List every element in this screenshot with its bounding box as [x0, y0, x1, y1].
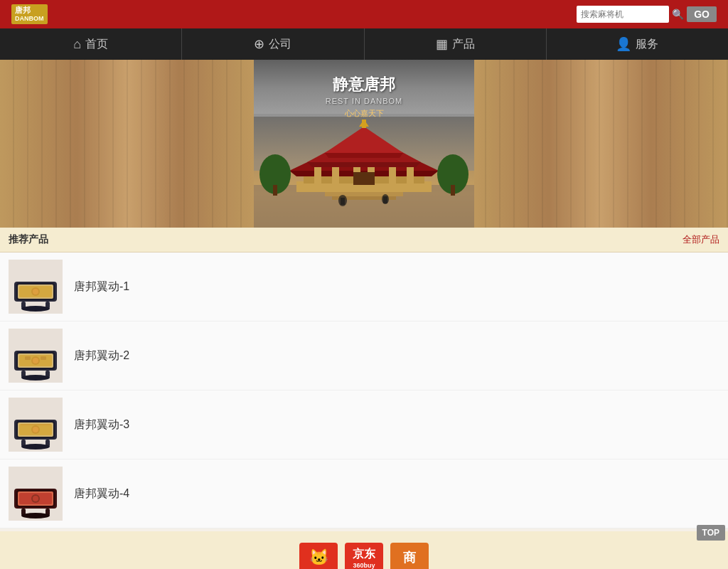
- product-thumbnail: [9, 398, 63, 452]
- svg-rect-19: [325, 192, 403, 196]
- banner: 静意唐邦 REST IN DANBOM 心心嘉天下: [0, 60, 728, 228]
- banner-title-en: REST IN DANBOM: [326, 97, 403, 105]
- top-button[interactable]: TOP: [697, 525, 725, 541]
- nav-company[interactable]: ⊕ 公司: [182, 28, 364, 60]
- product-item[interactable]: 唐邦翼动-3: [0, 390, 728, 459]
- svg-point-55: [21, 444, 50, 450]
- search-button[interactable]: 🔍: [672, 9, 684, 20]
- search-input[interactable]: [577, 6, 669, 23]
- svg-rect-47: [25, 356, 31, 360]
- person-icon: 👤: [616, 36, 631, 52]
- svg-point-37: [33, 289, 38, 294]
- product-item[interactable]: 唐邦翼动-2: [0, 321, 728, 390]
- nav-company-label: 公司: [269, 37, 291, 52]
- svg-rect-16: [389, 167, 396, 185]
- product-image-2: [11, 331, 60, 381]
- svg-rect-24: [451, 185, 455, 196]
- footer: 🐱 京东 360buy 商 (c)2008-2013 唐邦机电, All Rig…: [0, 531, 728, 569]
- svg-rect-12: [314, 167, 321, 185]
- products-section-title: 推荐产品: [9, 233, 48, 246]
- nav-service[interactable]: 👤 服务: [547, 28, 728, 60]
- svg-rect-17: [407, 167, 414, 185]
- home-icon: ⌂: [73, 37, 81, 52]
- product-name: 唐邦翼动-3: [74, 418, 129, 432]
- sm-text: 商: [403, 549, 416, 566]
- product-image-4: [11, 469, 60, 519]
- svg-marker-7: [307, 162, 421, 167]
- nav-products-label: 产品: [452, 37, 475, 52]
- svg-marker-9: [325, 153, 403, 158]
- jd-logo[interactable]: 京东 360buy: [345, 543, 383, 569]
- temple-illustration: [254, 114, 474, 228]
- product-thumbnail: [9, 329, 63, 383]
- svg-rect-11: [362, 119, 366, 128]
- banner-wood-left: [0, 60, 256, 228]
- svg-rect-26: [341, 198, 345, 205]
- logo-box: 唐邦 DANBOM: [11, 4, 48, 24]
- product-thumbnail: [9, 467, 63, 521]
- nav-home[interactable]: ⌂ 首页: [0, 28, 182, 60]
- go-button[interactable]: GO: [687, 6, 717, 22]
- svg-rect-28: [383, 196, 387, 203]
- svg-rect-48: [41, 356, 46, 360]
- svg-point-46: [33, 358, 38, 363]
- search-area: 🔍 GO: [577, 6, 717, 23]
- product-item[interactable]: 唐邦翼动-1: [0, 252, 728, 321]
- svg-point-67: [33, 496, 38, 501]
- sm-logo[interactable]: 商: [390, 543, 429, 569]
- jd-text: 京东: [353, 547, 375, 562]
- nav-products[interactable]: ▦ 产品: [365, 28, 547, 60]
- banner-subtitle: 心心嘉天下: [345, 108, 384, 119]
- main-nav: ⌂ 首页 ⊕ 公司 ▦ 产品 👤 服务: [0, 28, 728, 60]
- nav-home-label: 首页: [85, 37, 108, 52]
- svg-point-57: [33, 427, 38, 432]
- product-image-3: [11, 400, 60, 450]
- svg-rect-13: [332, 167, 339, 185]
- svg-rect-22: [273, 185, 277, 196]
- svg-point-35: [21, 306, 50, 312]
- header: 唐邦 DANBOM 🔍 GO: [0, 0, 728, 28]
- tmall-icon: 🐱: [309, 548, 328, 567]
- banner-title-cn: 静意唐邦: [333, 74, 395, 95]
- image-icon: ▦: [436, 36, 448, 52]
- product-name: 唐邦翼动-2: [74, 349, 129, 363]
- logo: 唐邦 DANBOM: [11, 4, 48, 24]
- jd-num: 360buy: [353, 562, 375, 569]
- product-image-1: [11, 262, 60, 312]
- product-name: 唐邦翼动-4: [74, 486, 129, 501]
- products-header: 推荐产品 全部产品: [0, 228, 728, 252]
- svg-rect-58: [21, 424, 50, 425]
- logo-brand: 唐邦: [15, 6, 44, 15]
- products-section: 推荐产品 全部产品: [0, 228, 728, 528]
- globe-icon: ⊕: [254, 36, 264, 52]
- tmall-logo[interactable]: 🐱: [299, 543, 338, 569]
- svg-point-65: [21, 513, 50, 519]
- product-name: 唐邦翼动-1: [74, 280, 129, 294]
- product-item[interactable]: 唐邦翼动-4: [0, 459, 728, 528]
- svg-rect-18: [353, 172, 375, 185]
- svg-point-44: [21, 375, 50, 381]
- banner-center: 静意唐邦 REST IN DANBOM 心心嘉天下: [254, 60, 474, 228]
- nav-service-label: 服务: [636, 37, 658, 52]
- products-all-link[interactable]: 全部产品: [682, 233, 719, 246]
- banner-wood-right: [472, 60, 728, 228]
- product-thumbnail: [9, 260, 63, 314]
- footer-shop-logos: 🐱 京东 360buy 商: [0, 543, 728, 569]
- logo-sub: DANBOM: [15, 15, 44, 23]
- product-list: 唐邦翼动-1 唐邦翼动-2: [0, 252, 728, 528]
